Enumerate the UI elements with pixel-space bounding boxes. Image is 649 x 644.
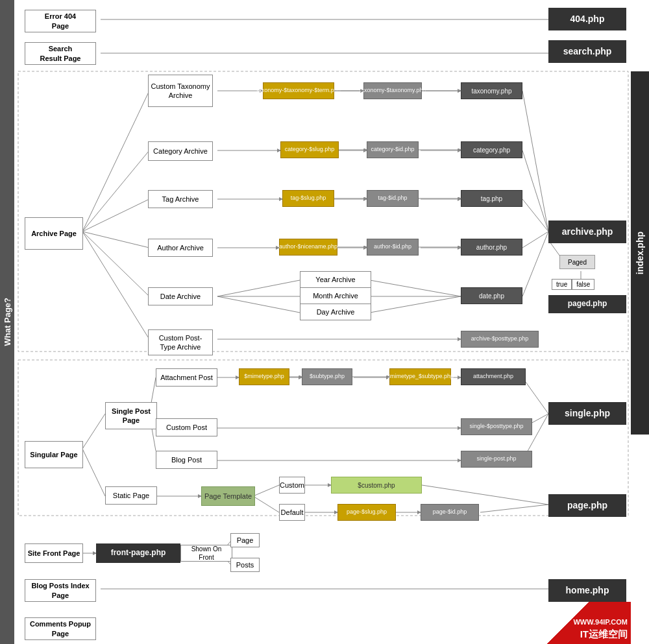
static-page-node: Static Page bbox=[105, 486, 157, 505]
svg-line-30 bbox=[522, 199, 548, 232]
arrow-att2 bbox=[352, 368, 393, 385]
paged-false: false bbox=[572, 279, 594, 290]
year-archive-node: Year Archive bbox=[300, 271, 371, 288]
svg-line-8 bbox=[82, 232, 149, 339]
arrow-att bbox=[289, 368, 305, 385]
file-archive-base: archive.php bbox=[548, 221, 626, 243]
svg-line-23 bbox=[217, 296, 300, 313]
svg-line-21 bbox=[217, 280, 300, 296]
svg-line-57 bbox=[480, 505, 548, 512]
file-single-base: single.php bbox=[548, 402, 626, 425]
file-page-base: page.php bbox=[548, 494, 626, 517]
right-label-index: index.php bbox=[631, 71, 649, 435]
blog-post-node: Blog Post bbox=[156, 451, 217, 469]
main-container: What Page? index.php bbox=[0, 0, 649, 644]
svg-line-47 bbox=[522, 377, 548, 414]
arrow-cat bbox=[339, 141, 370, 158]
file-date-base: date.php bbox=[461, 287, 522, 304]
search-result-node: Search Result Page bbox=[25, 42, 96, 65]
arrow-cat2 bbox=[419, 141, 464, 158]
left-label: What Page? bbox=[0, 0, 14, 644]
author-archive-node: Author Archive bbox=[148, 239, 213, 257]
arrow-tag bbox=[334, 190, 370, 207]
true-false-container: true false bbox=[552, 279, 594, 290]
svg-line-24 bbox=[370, 280, 461, 296]
svg-line-31 bbox=[522, 232, 548, 248]
file-search: search.php bbox=[548, 40, 626, 63]
custom-taxonomy-archive-node: Custom Taxonomy Archive bbox=[148, 75, 213, 107]
svg-line-32 bbox=[522, 232, 548, 296]
file-category-id: category-$id.php bbox=[367, 141, 419, 158]
arrow-author2 bbox=[419, 239, 464, 256]
svg-line-3 bbox=[82, 91, 149, 232]
file-subtype: $subtype.php bbox=[302, 368, 352, 385]
file-attachment-base: attachment.php bbox=[461, 368, 526, 385]
file-home-base: home.php bbox=[548, 579, 626, 602]
tag-archive-node: Tag Archive bbox=[148, 190, 213, 208]
file-tag-slug: tag-$slug.php bbox=[282, 190, 334, 207]
file-single-posttype: single-$posttype.php bbox=[461, 418, 532, 435]
paged-box: Paged bbox=[559, 255, 595, 269]
file-page-slug: page-$slug.php bbox=[337, 504, 396, 521]
file-author-id: author-$id.php bbox=[367, 239, 419, 256]
file-single-post: single-post.php bbox=[461, 451, 532, 468]
singular-page-label: Singular Page bbox=[25, 441, 83, 468]
file-author-nicename: author-$nicename.php bbox=[279, 239, 337, 256]
file-page-id: page-$id.php bbox=[421, 504, 479, 521]
month-archive-node: Month Archive bbox=[300, 287, 371, 304]
front-page-option: Page bbox=[230, 533, 260, 547]
archive-page-node: Archive Page bbox=[25, 217, 83, 250]
file-taxonomy-short: taxonomy-$taxonomy.php bbox=[363, 82, 422, 99]
custom-option-node: Custom bbox=[279, 477, 305, 494]
arrow-tax2 bbox=[422, 82, 464, 99]
watermark-container: WWW.94IP.COM IT运维空间 bbox=[520, 602, 631, 644]
svg-line-7 bbox=[82, 232, 149, 296]
file-tag-id: tag-$id.php bbox=[367, 190, 419, 207]
file-category-slug: category-$slug.php bbox=[280, 141, 339, 158]
blog-posts-index-node: Blog Posts Index Page bbox=[25, 579, 96, 602]
file-archive-posttype: archive-$posttype.php bbox=[461, 331, 539, 348]
custom-post-node: Custom Post bbox=[156, 418, 217, 436]
watermark-bg: WWW.94IP.COM IT运维空间 bbox=[520, 602, 631, 644]
svg-line-51 bbox=[253, 485, 279, 496]
singular-page-node: Singular Page bbox=[25, 441, 83, 468]
single-post-page-node: Single Post Page bbox=[105, 402, 157, 429]
file-tag-base: tag.php bbox=[461, 190, 522, 207]
comments-popup-node: Comments Popup Page bbox=[25, 617, 96, 640]
svg-line-28 bbox=[522, 91, 548, 232]
error-404-node: Error 404 Page bbox=[25, 10, 96, 32]
file-mimetype: $mimetype.php bbox=[239, 368, 289, 385]
svg-line-29 bbox=[522, 150, 548, 232]
svg-line-26 bbox=[370, 296, 461, 313]
file-taxonomy-full: taxonomy-$taxonomy-$term.php bbox=[263, 82, 334, 99]
svg-line-4 bbox=[82, 150, 149, 232]
file-scustom: $custom.php bbox=[331, 477, 422, 494]
shown-on-front-node: Shown On Front bbox=[180, 545, 232, 562]
watermark-text: WWW.94IP.COM IT运维空间 bbox=[573, 617, 628, 641]
file-category-base: category.php bbox=[461, 141, 522, 158]
day-archive-node: Day Archive bbox=[300, 304, 371, 320]
arrow-author bbox=[337, 239, 370, 256]
file-front-page: front-page.php bbox=[96, 543, 180, 563]
site-front-page-node: Site Front Page bbox=[25, 543, 83, 563]
file-paged-base: paged.php bbox=[548, 295, 626, 313]
svg-line-56 bbox=[422, 485, 548, 505]
file-taxonomy-base: taxonomy.php bbox=[461, 82, 522, 99]
svg-line-37 bbox=[82, 449, 105, 496]
front-posts-option: Posts bbox=[230, 558, 260, 572]
date-archive-node: Date Archive bbox=[148, 287, 213, 305]
attachment-post-node: Attachment Post bbox=[156, 368, 217, 387]
page-template-node: Page Template bbox=[201, 486, 255, 506]
file-mimetype-subtype: $mimetype_$subtype.php bbox=[389, 368, 451, 385]
file-author-base: author.php bbox=[461, 239, 522, 256]
category-archive-node: Category Archive bbox=[148, 141, 213, 161]
svg-line-52 bbox=[253, 496, 279, 512]
svg-line-36 bbox=[82, 414, 105, 449]
file-404: 404.php bbox=[548, 8, 626, 30]
arrow-tag2 bbox=[419, 190, 464, 207]
svg-line-6 bbox=[82, 232, 149, 248]
default-option-node: Default bbox=[279, 504, 305, 521]
paged-true: true bbox=[552, 279, 572, 290]
arrow-tax bbox=[334, 82, 367, 99]
svg-line-5 bbox=[82, 199, 149, 232]
